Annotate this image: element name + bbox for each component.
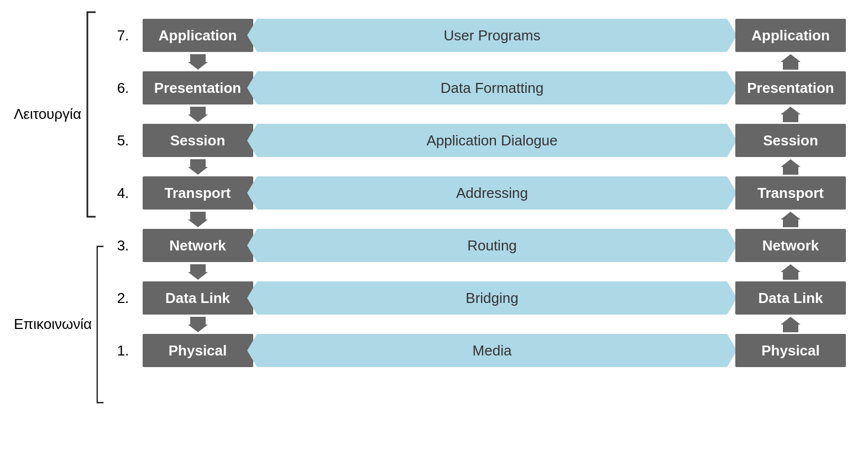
down-arrow-5-4-icon [188, 159, 208, 175]
left-row-7: Application [138, 9, 257, 62]
svg-marker-9 [781, 212, 801, 227]
cyan-band-bridging-text: Bridging [466, 290, 518, 307]
cyan-band-user-programs-text: User Programs [444, 27, 541, 44]
left-row-1: Physical [138, 325, 257, 377]
up-arrow-6-to-7-icon [781, 54, 801, 70]
right-osi-column: Application Presentation Session Transpo… [727, 9, 854, 446]
left-row-3: Network [138, 219, 257, 272]
right-row-5: Session [727, 114, 854, 167]
left-row-2: Data Link [138, 272, 257, 325]
middle-row-1: Media [257, 325, 727, 377]
cyan-band-bridging: Bridging [257, 281, 727, 315]
cyan-band-media-text: Media [473, 342, 512, 359]
up-arrow-2-to-3-icon [781, 264, 801, 280]
cyan-band-routing: Routing [257, 229, 727, 262]
epikoinonia-label: Επικοινωνία [14, 316, 92, 333]
left-row-6: Presentation [138, 62, 257, 114]
svg-marker-1 [188, 107, 208, 122]
right-box-presentation: Presentation [735, 71, 846, 104]
svg-marker-0 [188, 54, 208, 70]
left-box-session: Session [143, 124, 253, 157]
left-box-datalink: Data Link [143, 281, 253, 315]
right-box-application: Application [735, 19, 846, 52]
svg-marker-7 [781, 107, 801, 122]
layer-number-1: 1. [108, 325, 138, 377]
up-arrow-1-to-2-icon [781, 317, 801, 332]
svg-marker-2 [188, 159, 208, 175]
left-box-application: Application [143, 19, 253, 52]
leitourgia-bracket-icon [85, 9, 101, 219]
middle-row-7: User Programs [257, 9, 727, 62]
right-box-network: Network [735, 229, 846, 262]
right-row-4: Transport [727, 167, 854, 219]
layer-number-5: 5. [108, 114, 138, 167]
svg-marker-3 [188, 212, 208, 227]
up-arrow-3-to-4-icon [781, 212, 801, 227]
down-arrow-3-2-icon [188, 264, 208, 280]
svg-marker-4 [188, 264, 208, 280]
layer-number-2: 2. [108, 272, 138, 325]
svg-marker-6 [781, 54, 801, 70]
middle-row-6: Data Formatting [257, 62, 727, 114]
left-box-presentation: Presentation [143, 71, 253, 104]
middle-row-2: Bridging [257, 272, 727, 325]
middle-row-5: Application Dialogue [257, 114, 727, 167]
cyan-band-media: Media [257, 334, 727, 367]
epikoinonia-bracket-icon [95, 219, 108, 430]
right-row-3: Network [727, 219, 854, 272]
cyan-band-addressing: Addressing [257, 176, 727, 210]
down-arrow-2-1-icon [188, 317, 208, 332]
up-arrow-4-to-5-icon [781, 159, 801, 175]
left-box-network: Network [143, 229, 253, 262]
left-box-transport: Transport [143, 176, 253, 210]
svg-marker-5 [188, 317, 208, 332]
middle-section: User Programs Data Formatting Applicatio… [257, 9, 727, 446]
svg-marker-10 [781, 264, 801, 280]
epikoinonia-group: Επικοινωνία [14, 219, 108, 430]
right-row-1: Physical [727, 325, 854, 377]
layer-number-6: 6. [108, 62, 138, 114]
cyan-band-app-dialogue: Application Dialogue [257, 124, 727, 157]
cyan-band-data-formatting: Data Formatting [257, 71, 727, 104]
left-osi-column: Application Presentation Session Transpo… [138, 9, 257, 446]
right-box-transport: Transport [735, 176, 846, 210]
right-box-physical: Physical [735, 334, 846, 367]
middle-row-4: Addressing [257, 167, 727, 219]
left-box-physical: Physical [143, 334, 253, 367]
svg-marker-8 [781, 159, 801, 175]
leitourgia-label: Λειτουργία [14, 106, 81, 123]
right-row-7: Application [727, 9, 854, 62]
leitourgia-group: Λειτουργία [14, 9, 108, 219]
down-arrow-7-6-icon [188, 54, 208, 70]
left-labels-container: Λειτουργία Επικοινωνία [14, 9, 108, 446]
cyan-band-addressing-text: Addressing [456, 185, 528, 202]
right-box-datalink: Data Link [735, 281, 846, 315]
middle-row-3: Routing [257, 219, 727, 272]
layer-number-4: 4. [108, 167, 138, 219]
numbers-column: 7. 6. 5. 4. 3. 2. 1. [108, 9, 138, 446]
right-box-session: Session [735, 124, 846, 157]
diagram-container: Λειτουργία Επικοινωνία 7. 6. 5. 4. 3. 2.… [14, 9, 854, 446]
up-arrow-5-to-6-icon [781, 107, 801, 122]
right-row-6: Presentation [727, 62, 854, 114]
svg-marker-11 [781, 317, 801, 332]
left-row-5: Session [138, 114, 257, 167]
cyan-band-data-formatting-text: Data Formatting [441, 80, 543, 97]
right-row-2: Data Link [727, 272, 854, 325]
cyan-band-app-dialogue-text: Application Dialogue [426, 132, 557, 149]
left-row-4: Transport [138, 167, 257, 219]
down-arrow-6-5-icon [188, 107, 208, 122]
cyan-band-routing-text: Routing [467, 237, 517, 254]
layer-number-7: 7. [108, 9, 138, 62]
cyan-band-user-programs: User Programs [257, 19, 727, 52]
down-arrow-4-3-icon [188, 212, 208, 227]
layer-number-3: 3. [108, 219, 138, 272]
